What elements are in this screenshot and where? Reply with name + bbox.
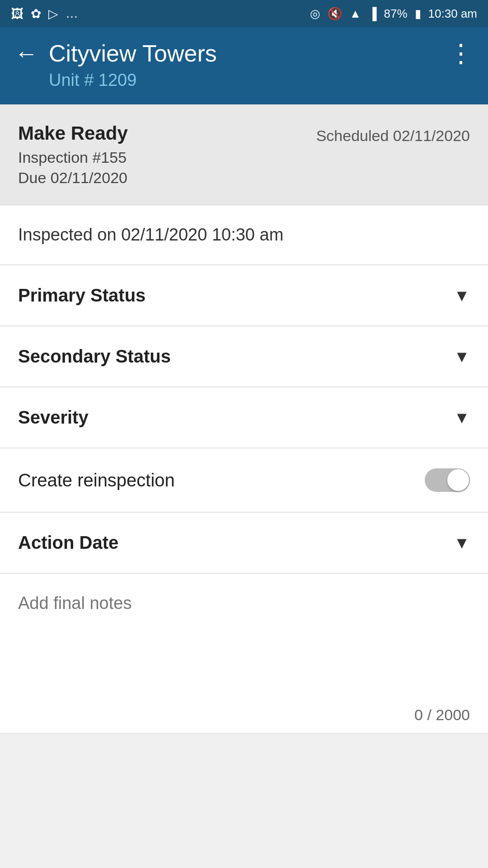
severity-label: Severity xyxy=(18,407,89,428)
photo-icon: 🖼 xyxy=(11,6,23,21)
battery-percent: 87% xyxy=(384,7,408,21)
primary-status-label: Primary Status xyxy=(18,285,145,306)
notes-section: 0 / 2000 xyxy=(0,574,488,733)
back-button[interactable]: ← xyxy=(14,42,38,65)
create-reinspection-label: Create reinspection xyxy=(18,470,175,491)
final-notes-input[interactable] xyxy=(18,594,470,711)
battery-icon: ▮ xyxy=(415,7,421,21)
primary-status-row[interactable]: Primary Status ▼ xyxy=(0,265,488,326)
status-time: 10:30 am xyxy=(428,7,477,21)
more-icon: … xyxy=(66,6,78,21)
create-reinspection-toggle[interactable] xyxy=(425,468,470,492)
inspection-card: Make Ready Inspection #155 Due 02/11/202… xyxy=(0,104,488,205)
action-date-label: Action Date xyxy=(18,533,118,553)
page-title: Cityview Towers xyxy=(49,40,217,67)
severity-chevron-icon: ▼ xyxy=(454,408,470,427)
status-bar-left: 🖼 ✿ ▷ … xyxy=(11,6,78,21)
inspection-type: Make Ready xyxy=(18,123,128,144)
inspection-details-left: Make Ready Inspection #155 Due 02/11/202… xyxy=(18,123,128,187)
primary-status-chevron-icon: ▼ xyxy=(454,286,470,305)
wifi-icon: ▲ xyxy=(349,7,361,21)
create-reinspection-row: Create reinspection xyxy=(0,448,488,513)
play-icon: ▷ xyxy=(48,6,58,21)
inspection-due-date: Due 02/11/2020 xyxy=(18,169,128,187)
inspection-number: Inspection #155 xyxy=(18,149,128,166)
unit-subtitle: Unit # 1209 xyxy=(14,71,474,90)
header: ← Cityview Towers ⋮ Unit # 1209 xyxy=(0,27,488,104)
signal-icon: ▐ xyxy=(368,7,376,21)
inspection-scheduled-date: Scheduled 02/11/2020 xyxy=(316,123,470,145)
secondary-status-chevron-icon: ▼ xyxy=(454,347,470,366)
action-date-row[interactable]: Action Date ▼ xyxy=(0,513,488,574)
inspected-on-text: Inspected on 02/11/2020 10:30 am xyxy=(18,225,283,244)
action-date-chevron-icon: ▼ xyxy=(454,533,470,552)
secondary-status-row[interactable]: Secondary Status ▼ xyxy=(0,326,488,387)
severity-row[interactable]: Severity ▼ xyxy=(0,387,488,448)
secondary-status-label: Secondary Status xyxy=(18,346,171,367)
header-title-group: ← Cityview Towers xyxy=(14,40,217,67)
toggle-knob xyxy=(447,469,469,491)
status-bar-right: ◎ 🔇 ▲ ▐ 87% ▮ 10:30 am xyxy=(310,7,477,21)
location-icon: ◎ xyxy=(310,7,320,21)
notes-character-count: 0 / 2000 xyxy=(414,706,470,724)
header-row: ← Cityview Towers ⋮ xyxy=(14,40,474,67)
inspected-row: Inspected on 02/11/2020 10:30 am xyxy=(0,205,488,265)
more-options-button[interactable]: ⋮ xyxy=(448,41,474,66)
content-area: Inspected on 02/11/2020 10:30 am Primary… xyxy=(0,205,488,733)
pinwheel-icon: ✿ xyxy=(31,6,41,21)
status-bar: 🖼 ✿ ▷ … ◎ 🔇 ▲ ▐ 87% ▮ 10:30 am xyxy=(0,0,488,27)
mute-icon: 🔇 xyxy=(328,7,342,21)
